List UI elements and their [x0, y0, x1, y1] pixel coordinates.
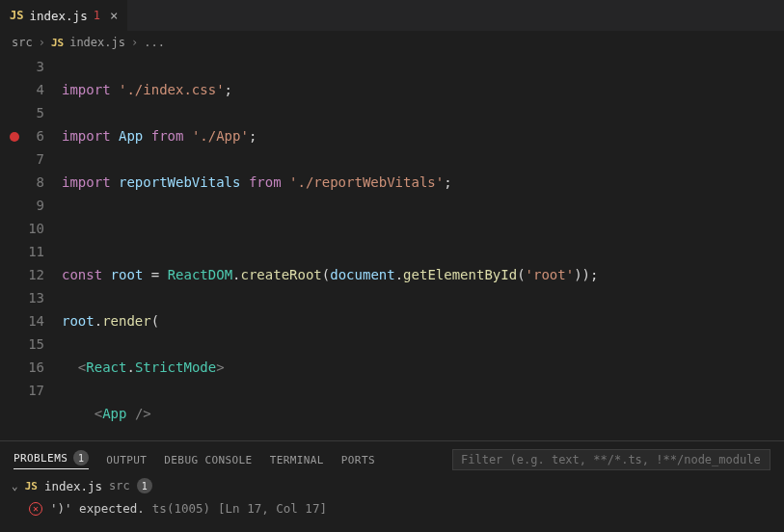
line-number[interactable]: 8: [0, 171, 44, 194]
line-number[interactable]: 16: [0, 356, 44, 379]
problem-file-dir: src: [109, 479, 130, 492]
line-number[interactable]: 11: [0, 240, 44, 263]
line-number[interactable]: 14: [0, 309, 44, 332]
editor-tab-bar: JS index.js 1 ×: [0, 0, 784, 32]
breadcrumb[interactable]: src › JS index.js › ...: [0, 32, 784, 53]
chevron-right-icon: ›: [39, 36, 45, 49]
chevron-right-icon: ›: [131, 36, 138, 49]
problem-message: ')' expected.: [50, 501, 145, 516]
tab-debug-console[interactable]: DEBUG CONSOLE: [164, 454, 252, 466]
line-number[interactable]: 7: [0, 147, 44, 171]
line-number[interactable]: 12: [0, 263, 44, 286]
problem-item[interactable]: ✕ ')' expected. ts(1005) [Ln 17, Col 17]: [0, 497, 784, 519]
panel-tab-bar: PROBLEMS 1 OUTPUT DEBUG CONSOLE TERMINAL…: [0, 441, 784, 474]
line-number[interactable]: 6: [0, 124, 44, 147]
js-file-icon: JS: [51, 37, 64, 49]
code-content[interactable]: import './index.css'; import App from '.…: [62, 55, 663, 440]
editor-tab-indexjs[interactable]: JS index.js 1 ×: [0, 0, 128, 31]
tab-terminal[interactable]: TERMINAL: [270, 454, 324, 466]
problem-file-row[interactable]: ⌄ JS index.js src 1: [0, 474, 784, 497]
tab-filename: index.js: [29, 9, 87, 23]
close-tab-icon[interactable]: ×: [110, 8, 118, 23]
line-number[interactable]: 13: [0, 286, 44, 309]
bottom-panel: PROBLEMS 1 OUTPUT DEBUG CONSOLE TERMINAL…: [0, 440, 784, 532]
breadcrumb-folder[interactable]: src: [12, 36, 33, 49]
js-file-icon: JS: [10, 9, 23, 22]
code-editor[interactable]: 3 4 5 6 7 8 9 10 11 12 13 14 15 16 17 im…: [0, 53, 784, 440]
line-number-gutter: 3 4 5 6 7 8 9 10 11 12 13 14 15 16 17: [0, 55, 62, 440]
tab-error-flag: 1: [94, 9, 100, 22]
problems-filter-input[interactable]: [452, 449, 770, 470]
problem-code: ts(1005): [152, 501, 210, 516]
line-number[interactable]: 4: [0, 78, 44, 101]
problem-file-name: index.js: [44, 479, 102, 493]
problems-count-badge: 1: [73, 450, 89, 466]
tab-output[interactable]: OUTPUT: [106, 454, 147, 466]
chevron-down-icon[interactable]: ⌄: [12, 480, 18, 492]
error-icon: ✕: [29, 502, 42, 516]
line-number[interactable]: 3: [0, 55, 44, 78]
line-number[interactable]: 9: [0, 194, 44, 217]
problem-location: [Ln 17, Col 17]: [218, 501, 327, 516]
line-number[interactable]: 10: [0, 217, 44, 240]
js-file-icon: JS: [25, 480, 38, 492]
breadcrumb-file[interactable]: index.js: [69, 36, 125, 49]
line-number[interactable]: 5: [0, 101, 44, 124]
breakpoint-icon[interactable]: [10, 132, 19, 142]
file-problem-count: 1: [137, 478, 152, 493]
line-number[interactable]: 15: [0, 332, 44, 356]
breadcrumb-ellipsis[interactable]: ...: [144, 36, 165, 49]
tab-problems[interactable]: PROBLEMS 1: [14, 450, 89, 469]
line-number[interactable]: 17: [0, 379, 44, 402]
tab-ports[interactable]: PORTS: [341, 454, 375, 466]
